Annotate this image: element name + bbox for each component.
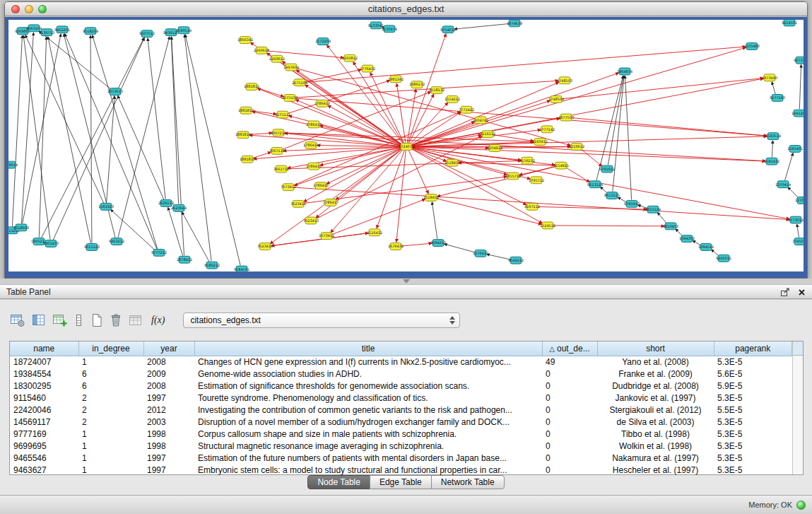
graph-node[interactable]: 2675103 — [282, 95, 298, 102]
graph-edge[interactable] — [252, 111, 276, 115]
graph-edge[interactable] — [185, 35, 240, 265]
graph-edge[interactable] — [553, 226, 664, 226]
close-panel-icon[interactable] — [798, 288, 806, 296]
graph-node[interactable]: 1874639 — [507, 20, 522, 27]
graph-edge[interactable] — [785, 153, 794, 181]
graph-node[interactable]: 3216112 — [480, 131, 495, 138]
graph-node[interactable]: 6773012 — [788, 216, 804, 223]
graph-node[interactable]: 1786415 — [306, 163, 322, 170]
show-columns-icon[interactable] — [32, 312, 46, 329]
graph-node[interactable]: 7771422 — [459, 106, 474, 113]
column-header-pagerank[interactable]: pagerank — [714, 341, 792, 356]
panel-splitter[interactable] — [0, 279, 812, 284]
graph-node[interactable]: 6791913 — [624, 200, 640, 207]
graph-edge[interactable] — [184, 35, 211, 261]
graph-node[interactable]: 1516432 — [367, 229, 382, 236]
graph-node[interactable]: 1786412 — [314, 100, 330, 107]
graph-node[interactable]: 9015123 — [84, 244, 100, 251]
graph-node[interactable]: 1593514 — [765, 133, 781, 140]
graph-edge[interactable] — [487, 255, 510, 259]
graph-node[interactable]: 7673412 — [281, 184, 296, 191]
graph-node[interactable]: 4167112 — [524, 203, 540, 210]
graph-node[interactable]: 8130474 — [382, 25, 397, 33]
graph-edge[interactable] — [42, 37, 144, 238]
graph-node[interactable]: 3067212 — [271, 129, 286, 136]
graph-edge[interactable] — [53, 38, 144, 240]
graph-node[interactable]: 1276412 — [473, 250, 488, 257]
graph-edge[interactable] — [22, 33, 34, 223]
graph-edge[interactable] — [328, 105, 401, 144]
graph-edge[interactable] — [172, 37, 184, 255]
graph-node[interactable]: 8613124 — [587, 181, 603, 188]
table-row[interactable]: 2242004622012Investigating the contribut… — [10, 404, 792, 416]
graph-edge[interactable] — [289, 116, 401, 146]
graph-edge[interactable] — [23, 35, 50, 240]
graph-node[interactable]: 1973490 — [762, 74, 777, 81]
graph-edge[interactable] — [797, 224, 799, 237]
float-panel-icon[interactable] — [780, 288, 790, 297]
table-row[interactable]: 1456911722003Disruption of a novel membe… — [10, 416, 792, 428]
graph-node[interactable]: 1370432 — [795, 197, 804, 204]
graph-edge[interactable] — [401, 243, 432, 246]
graph-node[interactable]: 9777212 — [151, 249, 167, 256]
function-builder-icon[interactable]: f(x) — [149, 312, 167, 329]
graph-edge[interactable] — [676, 229, 683, 236]
graph-edge[interactable] — [600, 187, 607, 193]
graph-edge[interactable] — [23, 34, 61, 223]
graph-node[interactable]: 9119014 — [8, 161, 18, 168]
graph-node[interactable]: 1748503 — [557, 77, 572, 84]
graph-node[interactable]: 9136713 — [39, 29, 54, 36]
graph-node[interactable]: 1497604 — [283, 64, 299, 71]
graph-node[interactable]: 1866342 — [237, 37, 253, 44]
graph-edge[interactable] — [396, 151, 406, 242]
graph-edge[interactable] — [304, 148, 401, 201]
window-zoom-button[interactable] — [38, 5, 47, 13]
graph-node[interactable]: 1105480 — [744, 43, 760, 50]
graph-edge[interactable] — [396, 83, 405, 142]
graph-edge[interactable] — [168, 207, 183, 255]
graph-node[interactable]: 9584501 — [234, 266, 249, 271]
graph-node[interactable]: 1748504 — [548, 95, 564, 103]
graph-edge[interactable] — [412, 148, 447, 161]
graph-node[interactable]: 9558132 — [429, 87, 445, 94]
table-row[interactable]: 1830029562008Estimation of significance … — [10, 380, 792, 392]
graph-node[interactable]: 3661712 — [273, 165, 289, 173]
graph-edge[interactable] — [316, 149, 402, 218]
graph-edge[interactable] — [657, 213, 666, 223]
graph-node[interactable]: 5901433 — [43, 240, 59, 247]
delete-table-icon[interactable] — [110, 312, 122, 329]
window-close-button[interactable] — [11, 5, 20, 13]
tab-edge-table[interactable]: Edge Table — [370, 475, 432, 489]
graph-node[interactable]: 1518452 — [423, 194, 439, 201]
graph-edge[interactable] — [409, 94, 434, 143]
column-header-name[interactable]: name — [10, 341, 78, 356]
graph-node[interactable]: 2260612 — [269, 55, 285, 62]
graph-edge[interactable] — [283, 147, 401, 151]
graph-node[interactable]: 1786414 — [303, 142, 319, 149]
graph-edge[interactable] — [288, 148, 401, 168]
graph-node[interactable]: 1370414 — [775, 181, 791, 188]
graph-node[interactable]: 7623413 — [303, 217, 319, 224]
graph-node[interactable]: 2204912 — [487, 145, 502, 152]
graph-node[interactable]: 8613125 — [604, 192, 620, 199]
graph-node[interactable]: 1673412 — [319, 233, 334, 240]
graph-edge[interactable] — [25, 35, 104, 203]
table-row[interactable]: 946554611997Estimation of the future num… — [10, 452, 792, 464]
graph-node[interactable]: 9754012 — [440, 26, 456, 33]
graph-node[interactable]: 2620644 — [171, 204, 187, 211]
import-table-icon[interactable] — [129, 312, 143, 329]
graph-node[interactable]: 9810453 — [663, 223, 678, 230]
memory-indicator[interactable] — [796, 501, 806, 510]
graph-edge[interactable] — [171, 37, 178, 204]
graph-node[interactable]: 1855712 — [505, 173, 521, 180]
graph-node[interactable]: 1094542 — [698, 244, 714, 251]
column-header-title[interactable]: title — [194, 341, 542, 356]
graph-node[interactable]: 1581923 — [98, 203, 114, 210]
graph-edge[interactable] — [331, 150, 403, 233]
graph-node[interactable]: 1786416 — [313, 182, 329, 189]
table-row[interactable]: 969969511998Structural magnetic resonanc… — [10, 440, 792, 452]
graph-edge[interactable] — [432, 202, 437, 239]
graph-edge[interactable] — [297, 69, 571, 146]
graph-node[interactable]: 9245011 — [716, 255, 731, 262]
graph-node[interactable]: 7623412 — [290, 200, 306, 207]
